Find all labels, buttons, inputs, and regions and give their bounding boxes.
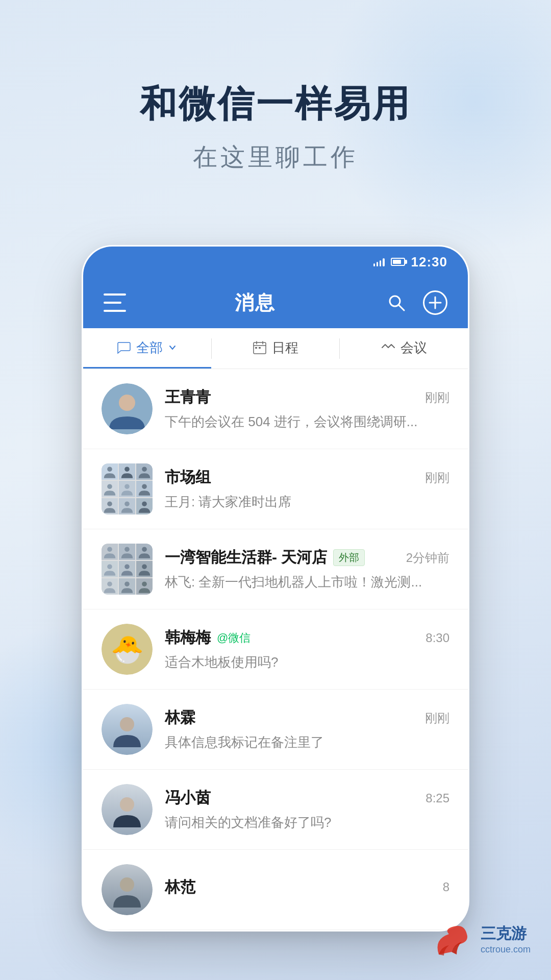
battery-icon [391, 258, 405, 266]
message-time: 刚刚 [425, 389, 449, 406]
fengxiaoyun-avatar [102, 784, 153, 835]
message-content-fengxiaoyun: 冯小茵 8:25 请问相关的文档准备好了吗? [165, 788, 449, 831]
svg-point-32 [120, 877, 134, 892]
status-icons: 12:30 [373, 254, 448, 270]
tab-meeting-label: 会议 [400, 339, 427, 357]
search-button[interactable] [384, 290, 409, 315]
search-icon [386, 292, 407, 313]
message-name: 一湾智能生活群- 天河店 外部 [165, 547, 365, 568]
svg-point-19 [124, 502, 130, 507]
status-time: 12:30 [411, 254, 448, 270]
message-time: 2分钟前 [406, 550, 449, 566]
watermark-brand: 三克游 [481, 923, 531, 944]
signal-bar-1 [373, 263, 375, 266]
header-actions [384, 290, 447, 315]
svg-point-12 [107, 467, 112, 472]
message-item-hanmeimei[interactable]: 🐣 韩梅梅 @微信 8:30 适合木地板使用吗? [83, 609, 468, 690]
svg-point-23 [142, 547, 147, 552]
message-item-yiwan[interactable]: 一湾智能生活群- 天河店 外部 2分钟前 林飞: 全新一代扫地机器人上市啦！激光… [83, 529, 468, 609]
message-item-shichangzu[interactable]: 市场组 刚刚 王月: 请大家准时出席 [83, 449, 468, 529]
message-item-linfan[interactable]: 林范 8 [83, 850, 468, 930]
avatar-yiwan [102, 544, 153, 595]
message-content-hanmeimei: 韩梅梅 @微信 8:30 适合木地板使用吗? [165, 627, 449, 671]
svg-point-30 [120, 717, 134, 731]
hero-section: 和微信一样易用 在这里聊工作 [0, 0, 551, 214]
signal-icon [373, 257, 385, 266]
message-name: 王青青 [165, 387, 211, 408]
message-content-linsu: 林霖 刚刚 具体信息我标记在备注里了 [165, 707, 449, 751]
message-item-fengxiaoyun[interactable]: 冯小茵 8:25 请问相关的文档准备好了吗? [83, 770, 468, 850]
hero-title: 和微信一样易用 [31, 82, 520, 126]
svg-point-24 [107, 565, 112, 570]
watermark: 三克游 cctroue.com [429, 919, 531, 960]
avatar-wangqingqing [102, 383, 153, 434]
svg-rect-9 [259, 347, 261, 349]
svg-point-14 [142, 467, 147, 472]
message-top: 王青青 刚刚 [165, 387, 449, 408]
message-preview: 具体信息我标记在备注里了 [165, 733, 449, 751]
message-top: 韩梅梅 @微信 8:30 [165, 627, 449, 648]
message-time: 8:25 [425, 791, 449, 805]
app-title: 消息 [235, 290, 276, 316]
svg-point-28 [124, 582, 130, 587]
message-time: 8 [443, 880, 449, 894]
message-item-linsu[interactable]: 林霖 刚刚 具体信息我标记在备注里了 [83, 690, 468, 770]
message-preview: 请问相关的文档准备好了吗? [165, 814, 449, 831]
bird-logo [429, 919, 474, 960]
message-preview: 王月: 请大家准时出席 [165, 493, 449, 511]
tab-meeting[interactable]: 会议 [340, 328, 468, 369]
svg-point-11 [119, 395, 135, 411]
tab-schedule-label: 日程 [272, 339, 298, 357]
message-top: 市场组 刚刚 [165, 467, 449, 488]
message-preview: 下午的会议在 504 进行，会议将围绕调研... [165, 413, 449, 431]
svg-point-20 [142, 502, 147, 507]
menu-line [104, 302, 121, 304]
calendar-icon [253, 340, 267, 355]
message-top: 林霖 刚刚 [165, 707, 449, 728]
app-header: 消息 [83, 277, 468, 328]
svg-point-29 [142, 582, 147, 587]
add-button[interactable] [423, 290, 447, 315]
message-content-yiwan: 一湾智能生活群- 天河店 外部 2分钟前 林飞: 全新一代扫地机器人上市啦！激光… [165, 547, 449, 591]
svg-rect-8 [255, 347, 257, 349]
external-badge: 外部 [333, 549, 365, 566]
message-name: 韩梅梅 @微信 [165, 627, 251, 648]
svg-point-26 [142, 565, 147, 570]
message-top: 冯小茵 8:25 [165, 788, 449, 808]
message-preview: 适合木地板使用吗? [165, 653, 449, 671]
menu-button[interactable] [104, 293, 126, 312]
avatar-grid-yiwan [102, 544, 153, 595]
message-content-wangqingqing: 王青青 刚刚 下午的会议在 504 进行，会议将围绕调研... [165, 387, 449, 431]
message-top: 林范 8 [165, 877, 449, 898]
hero-subtitle: 在这里聊工作 [31, 141, 520, 174]
tab-schedule[interactable]: 日程 [212, 328, 340, 369]
avatar-shichangzu [102, 463, 153, 514]
avatar-fengxiaoyun [102, 784, 153, 835]
svg-point-22 [124, 547, 130, 552]
message-name: 冯小茵 [165, 788, 211, 808]
svg-line-1 [398, 305, 404, 310]
message-content-shichangzu: 市场组 刚刚 王月: 请大家准时出席 [165, 467, 449, 511]
avatar-hanmeimei: 🐣 [102, 624, 153, 675]
tab-all[interactable]: 全部 [83, 328, 211, 369]
watermark-domain: cctroue.com [481, 944, 531, 955]
message-content-linfan: 林范 8 [165, 877, 449, 903]
linsu-figure [109, 712, 145, 747]
message-preview: 林飞: 全新一代扫地机器人上市啦！激光测... [165, 573, 449, 591]
svg-point-27 [107, 582, 112, 587]
linfan-figure [109, 872, 145, 908]
message-name: 市场组 [165, 467, 211, 488]
chick-avatar: 🐣 [102, 624, 153, 675]
avatar-linsu [102, 704, 153, 755]
message-name: 林范 [165, 877, 195, 898]
message-top: 一湾智能生活群- 天河店 外部 2分钟前 [165, 547, 449, 568]
svg-point-16 [124, 484, 130, 489]
avatar-linfan [102, 864, 153, 915]
tab-bar: 全部 日程 [83, 328, 468, 369]
message-item-wangqingqing[interactable]: 王青青 刚刚 下午的会议在 504 进行，会议将围绕调研... [83, 369, 468, 449]
phone-screen: 12:30 消息 [82, 245, 469, 932]
message-name: 林霖 [165, 707, 195, 728]
svg-point-31 [120, 797, 134, 812]
fengxiaoyun-figure [109, 792, 145, 827]
svg-point-15 [107, 484, 112, 489]
